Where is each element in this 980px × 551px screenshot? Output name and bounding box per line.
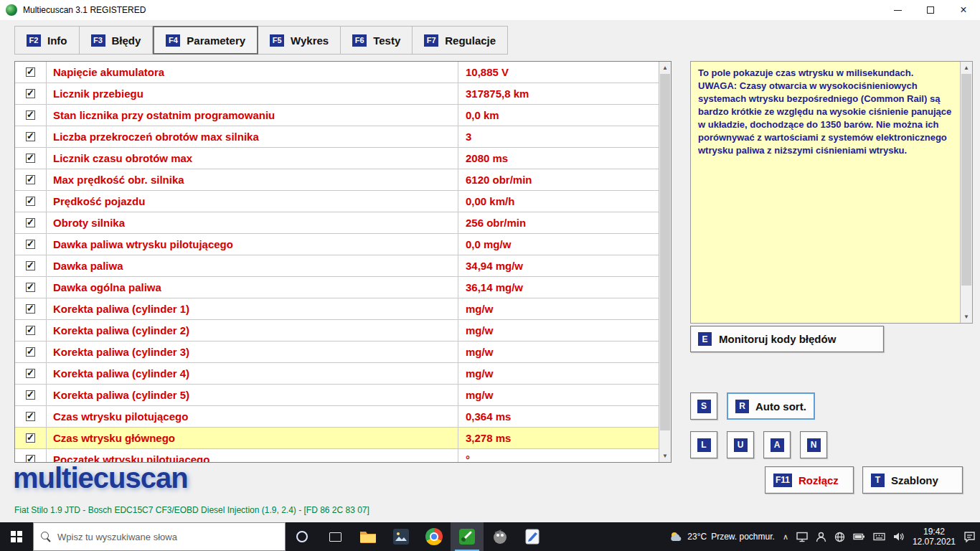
monitor-icon[interactable] [796,532,808,542]
hidden-icons-chevron-icon[interactable]: ∧ [783,532,788,542]
parameter-checkbox[interactable] [26,455,35,462]
parameter-row[interactable]: Licznik przebiegu 317875,8 km [15,83,659,105]
parameter-row[interactable]: Korekta paliwa (cylinder 4) mg/w [15,363,659,385]
keyboard-icon[interactable] [873,532,885,541]
tab-wykres[interactable]: F5 Wykres [258,26,341,55]
parameter-checkbox[interactable] [26,433,35,443]
parameter-checkbox[interactable] [26,283,35,292]
parameter-row[interactable]: Korekta paliwa (cylinder 2) mg/w [15,320,659,342]
table-scrollbar[interactable] [659,62,671,462]
network-icon[interactable] [834,532,845,542]
scroll-thumb[interactable] [660,74,670,430]
parameter-checkbox[interactable] [26,197,35,206]
checkbox-cell [15,385,47,405]
quick-button-a[interactable]: A [763,431,791,458]
taskbar-app-chrome[interactable] [418,522,451,551]
parameter-row[interactable]: Początek wtrysku pilotującego ° [15,449,659,462]
parameter-value: ° [458,449,659,462]
tab-key-badge: F5 [270,34,284,47]
parameter-checkbox[interactable] [26,304,35,314]
battery-icon[interactable] [853,532,865,541]
parameter-checkbox[interactable] [26,369,35,378]
taskbar-search[interactable] [33,522,286,551]
parameter-row[interactable]: Dawka paliwa wtrysku pilotującego 0,0 mg… [15,234,659,255]
taskbar-app-gimp[interactable] [484,522,517,551]
parameter-row[interactable]: Dawka paliwa 34,94 mg/w [15,255,659,277]
parameter-checkbox[interactable] [26,110,35,120]
action-center-icon[interactable] [963,531,976,542]
parameter-row[interactable]: Stan licznika przy ostatnim programowani… [15,105,659,126]
parameter-row[interactable]: Korekta paliwa (cylinder 3) mg/w [15,342,659,363]
help-scroll-thumb[interactable] [961,74,971,286]
parameter-name: Licznik przebiegu [47,83,458,104]
parameter-checkbox[interactable] [26,347,35,357]
parameter-checkbox[interactable] [26,89,35,98]
quick-button-n[interactable]: N [800,431,827,458]
parameter-checkbox[interactable] [26,154,35,163]
tab-błędy[interactable]: F3 Błędy [80,26,154,55]
parameter-row[interactable]: Czas wtrysku głównego 3,278 ms [15,428,659,449]
tab-parametery[interactable]: F4 Parametery [153,26,258,55]
volume-icon[interactable] [893,532,905,542]
start-button[interactable] [0,522,33,551]
parameter-row[interactable]: Obroty silnika 256 obr/min [15,212,659,234]
parameter-row[interactable]: Napięcie akumulatora 10,885 V [15,62,659,83]
help-scroll-up-icon[interactable] [961,62,972,74]
weather-widget[interactable]: 23°C Przew. pochmur. [670,532,775,542]
quick-button-u[interactable]: U [727,431,754,458]
maximize-button[interactable] [914,0,947,20]
taskbar-clock[interactable]: 19:42 12.07.2021 [913,527,956,547]
parameter-value: 256 obr/min [458,212,659,233]
parameter-name: Liczba przekroczeń obrotów max silnika [47,126,458,147]
parameter-row[interactable]: Licznik czasu obrotów max 2080 ms [15,148,659,169]
tab-testy[interactable]: F6 Testy [341,26,413,55]
help-scrollbar[interactable] [960,62,972,323]
key-badge: A [771,438,784,452]
tab-regulacje[interactable]: F7 Regulacje [413,26,508,55]
monitor-error-codes-button[interactable]: E Monitoruj kody błędów [690,326,884,352]
clock-date: 12.07.2021 [913,537,956,547]
tab-info[interactable]: F2 Info [14,26,80,55]
parameter-checkbox[interactable] [26,132,35,141]
templates-button-label: Szablony [891,474,938,486]
parameter-checkbox[interactable] [26,261,35,270]
taskbar-app-notes[interactable] [517,522,550,551]
quick-button-r[interactable]: R Auto sort. [727,392,815,420]
parameter-row[interactable]: Korekta paliwa (cylinder 1) mg/w [15,298,659,320]
quick-button-l[interactable]: L [690,431,717,458]
taskbar-search-input[interactable] [57,532,278,542]
parameter-checkbox[interactable] [26,412,35,421]
disconnect-button[interactable]: F11 Rozłącz [765,466,854,494]
tab-key-badge: F6 [352,34,367,47]
templates-button[interactable]: T Szablony [862,466,963,494]
help-scroll-down-icon[interactable] [961,311,972,323]
parameter-name: Korekta paliwa (cylinder 5) [47,385,458,405]
parameter-checkbox[interactable] [26,326,35,335]
parameter-checkbox[interactable] [26,67,35,77]
close-button[interactable]: × [947,0,980,20]
scroll-down-icon[interactable] [659,450,671,462]
windows-taskbar: 23°C Przew. pochmur. ∧ 19: [0,522,980,551]
cortana-button[interactable] [286,522,319,551]
parameter-checkbox[interactable] [26,218,35,227]
minimize-button[interactable] [881,0,914,20]
scroll-up-icon[interactable] [659,62,671,74]
user-icon[interactable] [816,532,826,542]
taskbar-app-file-explorer[interactable] [352,522,385,551]
parameter-name: Prędkość pojazdu [47,191,458,212]
parameter-row[interactable]: Prędkość pojazdu 0,00 km/h [15,191,659,212]
parameter-row[interactable]: Dawka ogólna paliwa 36,14 mg/w [15,277,659,298]
parameter-row[interactable]: Liczba przekroczeń obrotów max silnika 3 [15,126,659,148]
task-view-button[interactable] [319,522,352,551]
parameter-checkbox[interactable] [26,390,35,400]
taskbar-app-multiecuscan[interactable] [451,522,484,551]
parameter-checkbox[interactable] [26,175,35,184]
parameter-checkbox[interactable] [26,240,35,249]
quick-button-s[interactable]: S [690,392,717,420]
key-badge: S [697,400,711,413]
parameter-row[interactable]: Korekta paliwa (cylinder 5) mg/w [15,385,659,406]
parameter-row[interactable]: Czas wtrysku pilotującego 0,364 ms [15,406,659,428]
parameter-value: 36,14 mg/w [458,277,659,298]
taskbar-app-photos[interactable] [385,522,418,551]
parameter-row[interactable]: Max prędkość obr. silnika 6120 obr/min [15,169,659,191]
